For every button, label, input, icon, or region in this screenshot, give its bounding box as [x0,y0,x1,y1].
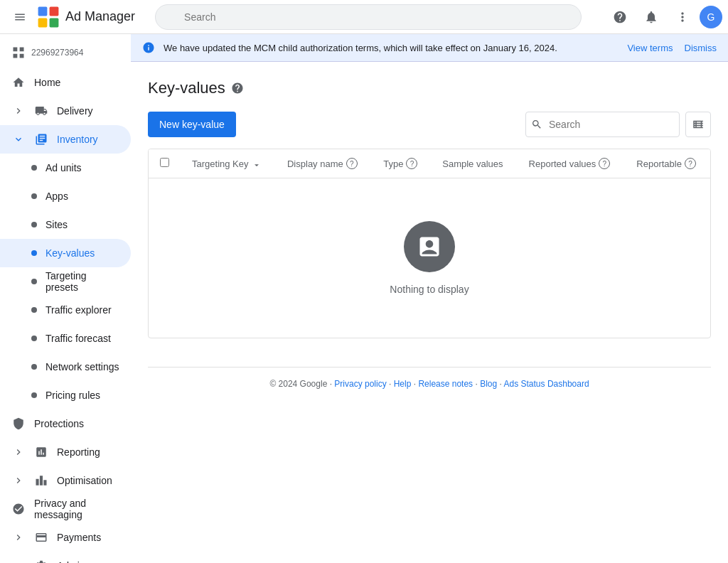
notifications-icon-button[interactable] [637,3,665,31]
table-search-wrapper [525,112,680,137]
sidebar-item-home[interactable]: Home [0,68,131,97]
help-icon-button[interactable] [606,3,634,31]
sidebar-item-label: Delivery [57,105,93,117]
sidebar-item-label: Privacy and messaging [34,498,119,520]
search-icon [531,119,542,130]
app-name: Ad Manager [65,9,135,24]
sidebar-item-payments[interactable]: Payments [0,523,131,552]
sidebar-item-label: Pricing rules [46,390,100,401]
dot-icon [31,307,37,313]
toolbar-left: New key-value [148,112,236,137]
sidebar-item-label: Reporting [57,446,100,458]
app-logo[interactable]: Ad Manager [37,6,135,28]
sidebar-item-delivery[interactable]: Delivery [0,97,131,125]
table-header-checkbox [149,149,181,178]
sidebar-item-label: Ad units [46,162,82,173]
sidebar-item-traffic-explorer[interactable]: Traffic explorer [0,296,131,324]
sidebar-item-label: Optimisation [57,475,112,486]
sidebar-item-admin[interactable]: Admin [0,552,131,563]
privacy-icon [11,502,26,516]
svg-rect-0 [38,6,48,16]
svg-rect-3 [50,18,59,27]
type-help-icon[interactable]: ? [406,158,417,169]
table-search-input[interactable] [525,112,680,137]
sidebar-item-pricing-rules[interactable]: Pricing rules [0,381,131,409]
view-terms-link[interactable]: View terms [627,43,673,53]
expand-icon [11,445,26,459]
sidebar-item-traffic-forecast[interactable]: Traffic forecast [0,324,131,353]
user-avatar[interactable]: G [700,6,722,28]
sidebar-item-label: Traffic explorer [46,304,112,316]
optimisation-icon [34,473,48,488]
page-help-icon[interactable] [231,82,244,95]
sidebar-item-ad-units[interactable]: Ad units [0,154,131,182]
more-options-button[interactable] [668,3,697,31]
sidebar-item-label: Home [34,77,60,88]
footer-release-notes-link[interactable]: Release notes [418,379,473,389]
new-key-value-button[interactable]: New key-value [148,112,236,137]
sidebar-item-targeting-presets[interactable]: Targeting presets [0,267,131,296]
svg-rect-1 [50,6,59,16]
col-label: Display name [287,159,343,169]
expand-icon [11,104,26,118]
notification-message: We have updated the MCM child authorizat… [164,43,619,53]
select-all-checkbox[interactable] [160,158,169,167]
empty-state-text: Nothing to display [390,284,469,295]
footer-ads-status-link[interactable]: Ads Status Dashboard [504,379,589,389]
content-inner: Key-values New key-value [131,62,728,417]
table-col-targeting-key: Targeting Key [181,149,276,178]
dot-icon-active [31,250,37,256]
topbar-search-input[interactable] [155,4,582,30]
reported-values-help-icon[interactable]: ? [599,158,610,169]
sidebar-item-network-settings[interactable]: Network settings [0,353,131,381]
menu-icon[interactable] [6,3,34,31]
sidebar-item-label: Targeting presets [46,270,119,293]
empty-state-row: Nothing to display [149,178,710,338]
shield-icon [11,417,26,431]
footer-help-link[interactable]: Help [394,379,412,389]
sort-down-icon[interactable] [252,159,262,168]
main-layout: 22969273964 Home Delivery [0,34,728,563]
footer: © 2024 Google · Privacy policy · Help · … [148,367,711,400]
dismiss-button[interactable]: Dismiss [685,43,717,53]
content-area: We have updated the MCM child authorizat… [131,34,728,563]
table-col-type: Type ? [372,149,431,178]
page-title: Key-values [148,79,225,97]
sidebar-item-label: Key-values [46,247,95,259]
reportable-help-icon[interactable]: ? [685,158,696,169]
display-name-help-icon[interactable]: ? [346,158,358,169]
sidebar-item-sites[interactable]: Sites [0,210,131,239]
dot-icon [31,222,37,227]
dot-icon [31,193,37,199]
account-grid-icon [11,45,26,60]
table-body: Nothing to display [149,178,710,338]
sidebar-account[interactable]: 22969273964 [0,40,131,65]
footer-privacy-link[interactable]: Privacy policy [334,379,386,389]
footer-blog-link[interactable]: Blog [480,379,497,389]
home-icon [11,75,26,90]
sidebar-item-key-values[interactable]: Key-values [0,239,131,267]
sidebar-item-optimisation[interactable]: Optimisation [0,466,131,495]
table-col-display-name: Display name ? [276,149,372,178]
toolbar-right [525,112,711,137]
column-settings-button[interactable] [685,112,711,137]
reporting-icon [34,445,48,459]
sidebar-item-privacy-messaging[interactable]: Privacy and messaging [0,495,131,523]
empty-state: Nothing to display [149,178,710,338]
col-label: Type [383,159,403,169]
svg-rect-2 [38,18,48,27]
sidebar-item-inventory[interactable]: Inventory [0,125,131,154]
sidebar-item-apps[interactable]: Apps [0,182,131,210]
expand-icon [11,473,26,488]
sidebar: 22969273964 Home Delivery [0,34,131,563]
table-col-reported-values: Reported values ? [518,149,626,178]
sidebar-item-protections[interactable]: Protections [0,409,131,438]
dot-icon [31,364,37,370]
dot-icon [31,392,37,398]
expand-icon [11,530,26,545]
sidebar-item-reporting[interactable]: Reporting [0,438,131,466]
sidebar-item-label: Payments [57,532,101,543]
col-label: Reported values [529,159,596,169]
topbar-actions: G [606,3,722,31]
col-label: Targeting Key [192,159,249,169]
